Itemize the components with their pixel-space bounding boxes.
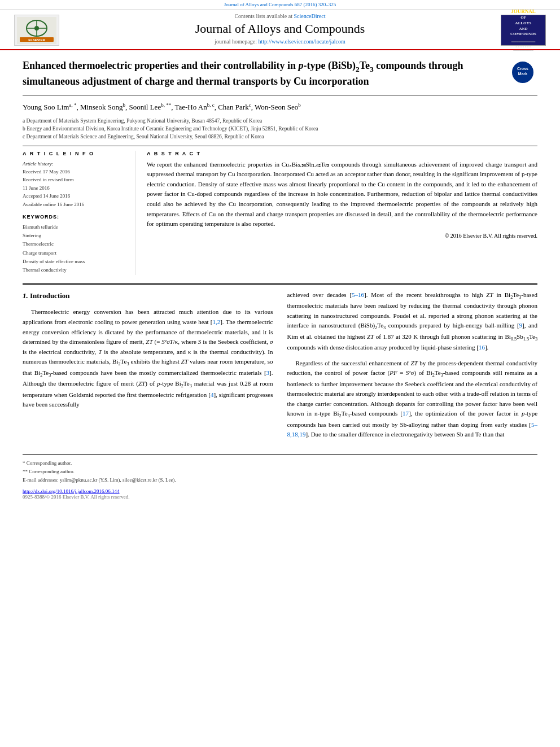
authors-section: Young Soo Lima, *, Minseok Songb, Soonil…	[23, 101, 537, 113]
abstract-head: A B S T R A C T	[147, 151, 537, 156]
doi-text: http://dx.doi.org/10.1016/j.jallcom.2016…	[23, 488, 120, 494]
jac-logo-image: JOURNAL OF ALLOYS AND COMPOUNDS ════════…	[501, 15, 546, 46]
article-history: Article history: Received 17 May 2016 Re…	[23, 160, 126, 208]
footnote-star: * Corresponding author.	[23, 459, 537, 468]
intro-heading: Introduction	[30, 291, 70, 300]
svg-text:ELSEVIER: ELSEVIER	[28, 38, 45, 42]
doi-link[interactable]: http://dx.doi.org/10.1016/j.jallcom.2016…	[23, 488, 120, 494]
intro-para-2: achieved over decades [5–16]. Most of th…	[287, 290, 538, 353]
abstract-col: A B S T R A C T We report the enhanced t…	[147, 151, 537, 275]
intro-title: 1. Introduction	[23, 290, 273, 302]
contents-note: Contents lists available at	[234, 13, 292, 19]
revised-label: Received in revised form	[23, 176, 126, 184]
body-two-col: 1. Introduction Thermoelectric energy co…	[23, 290, 537, 445]
journal-homepage: journal homepage: http://www.elsevier.co…	[62, 38, 498, 45]
author-minseok-song: Minseok Song	[80, 103, 123, 111]
crossmark-badge: Cross Mark	[512, 62, 533, 83]
kw-thermal-conductivity: Thermal conductivity	[23, 266, 126, 274]
kw-thermoelectric: Thermoelectric	[23, 240, 126, 248]
email-line: E-mail addresses: yslim@pknu.ac.kr (Y.S.…	[23, 476, 537, 484]
intro-para-1: Thermoelectric energy conversion has bee…	[23, 307, 273, 409]
body-col-left: 1. Introduction Thermoelectric energy co…	[23, 290, 273, 445]
ref-9[interactable]: 9	[519, 322, 523, 329]
article-info-col: A R T I C L E I N F O Article history: R…	[23, 151, 135, 275]
affil-c: c Department of Materials Science and En…	[23, 133, 537, 141]
affiliations: a Department of Materials System Enginee…	[23, 117, 537, 141]
svg-text:Mark: Mark	[518, 72, 527, 76]
main-divider	[23, 146, 537, 146]
jac-logo: JOURNAL OF ALLOYS AND COMPOUNDS ════════…	[498, 15, 549, 49]
kw-charge-transport: Charge transport	[23, 249, 126, 257]
article-info-abstract: A R T I C L E I N F O Article history: R…	[23, 151, 537, 275]
ref-17[interactable]: 17	[403, 410, 409, 417]
sciencedirect-note: Contents lists available at ScienceDirec…	[62, 13, 498, 19]
keywords-section: Keywords: Bismuth telluride Sintering Th…	[23, 214, 126, 275]
copyright-line: © 2016 Elsevier B.V. All rights reserved…	[147, 233, 537, 239]
kw-density-of-state: Density of state effective mass	[23, 257, 126, 266]
journal-center: Contents lists available at ScienceDirec…	[62, 13, 498, 49]
affil-b: b Energy and Environmental Division, Kor…	[23, 125, 537, 133]
sciencedirect-link[interactable]: ScienceDirect	[294, 13, 325, 19]
issn-section: 0925-8388/© 2016 Elsevier B.V. All right…	[23, 494, 537, 500]
kw-bismuth-telluride: Bismuth telluride	[23, 223, 126, 231]
accepted-date: Accepted 14 June 2016	[23, 192, 126, 200]
available-date: Available online 16 June 2016	[23, 200, 126, 208]
keywords-head: Keywords:	[23, 214, 126, 220]
affil-a: a Department of Materials System Enginee…	[23, 117, 537, 125]
author-soonil-lee: Soonil Lee	[129, 103, 161, 111]
ref-1-2[interactable]: 1,2	[212, 318, 220, 325]
abstract-text: We report the enhanced thermoelectric pr…	[147, 160, 537, 229]
revised-date: 11 June 2016	[23, 184, 126, 192]
footnotes-section: * Corresponding author. ** Corresponding…	[23, 454, 537, 485]
article-body: Enhanced thermoelectric properties and t…	[0, 50, 560, 508]
doi-section: http://dx.doi.org/10.1016/j.jallcom.2016…	[23, 488, 537, 494]
ref-3[interactable]: 3	[266, 369, 270, 376]
ref-4[interactable]: 4	[211, 391, 214, 398]
homepage-url[interactable]: http://www.elsevier.com/locate/jalcom	[258, 38, 345, 45]
received-date: Received 17 May 2016	[23, 168, 126, 176]
article-title-text: Enhanced thermoelectric properties and t…	[23, 59, 506, 89]
journal-ref: Journal of Alloys and Compounds 687 (201…	[0, 0, 560, 10]
article-title: Enhanced thermoelectric properties and t…	[23, 59, 506, 89]
intro-para-3: Regardless of the successful enhancement…	[287, 359, 538, 440]
body-col-right: achieved over decades [5–16]. Most of th…	[287, 290, 538, 445]
article-history-label: Article history:	[23, 160, 126, 168]
footnote-dstar: ** Corresponding author.	[23, 468, 537, 476]
elsevier-logo: ELSEVIER	[11, 15, 62, 49]
article-info-head: A R T I C L E I N F O	[23, 151, 126, 156]
body-divider	[23, 283, 537, 285]
article-title-section: Enhanced thermoelectric properties and t…	[23, 59, 537, 95]
keywords-list: Bismuth telluride Sintering Thermoelectr…	[23, 223, 126, 275]
crossmark-icon: Cross Mark	[512, 62, 537, 83]
intro-number: 1.	[23, 291, 28, 300]
svg-text:Cross: Cross	[517, 67, 528, 71]
journal-title: Journal of Alloys and Compounds	[62, 21, 498, 36]
author-won-seon-seo: Won-Seon Seo	[255, 103, 298, 111]
ref-16[interactable]: 16	[479, 344, 485, 351]
svg-point-4	[34, 26, 39, 30]
page: Journal of Alloys and Compounds 687 (201…	[0, 0, 560, 747]
ref-5-8-18-19[interactable]: 5–8,18,19	[287, 421, 538, 438]
kw-sintering: Sintering	[23, 231, 126, 240]
journal-header: ELSEVIER Contents lists available at Sci…	[0, 10, 560, 50]
author-young-soo-lim: Young Soo Lim	[23, 103, 69, 111]
journal-ref-text: Journal of Alloys and Compounds 687 (201…	[224, 2, 336, 7]
elsevier-logo-image: ELSEVIER	[14, 15, 59, 46]
author-tae-ho-an: Tae-Ho An	[174, 103, 207, 111]
author-chan-park: Chan Park	[218, 103, 249, 111]
ref-5-16[interactable]: 5–16	[352, 291, 364, 298]
